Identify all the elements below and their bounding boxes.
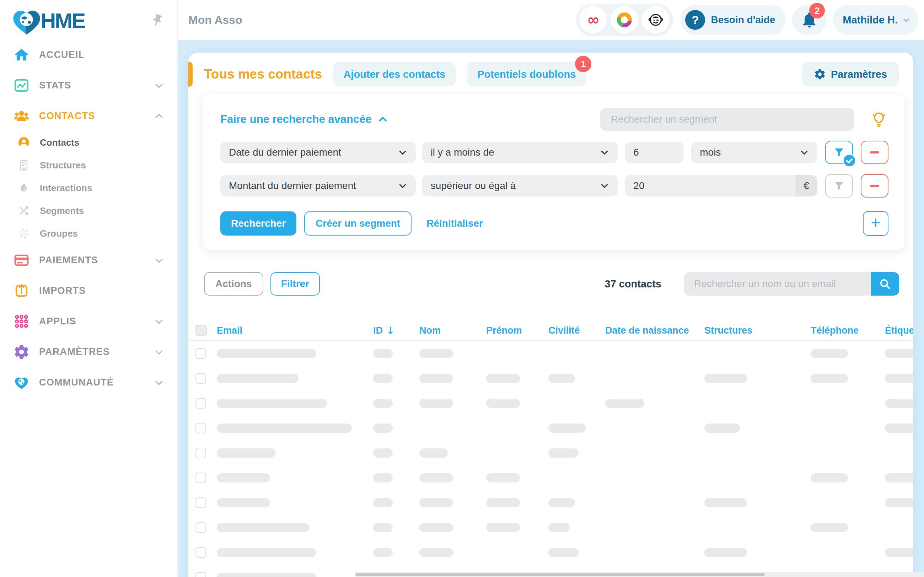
skeleton-bar: [811, 374, 848, 383]
filter-field-select[interactable]: Montant du dernier paiement: [220, 175, 416, 197]
sidebar-item-accueil[interactable]: ACCUEIL: [0, 39, 177, 70]
filter-operator-select[interactable]: il y a moins de: [422, 142, 618, 163]
skeleton-bar: [885, 498, 913, 508]
column-header-id[interactable]: ID ↓: [373, 325, 419, 337]
skeleton-bar: [605, 399, 644, 408]
column-header-email[interactable]: Email: [217, 325, 373, 336]
sidebar-subitem-structures[interactable]: Structures: [0, 154, 177, 177]
sidebar-item-parametres[interactable]: PARAMÈTRES: [0, 337, 177, 367]
chevron-down-icon: [155, 255, 163, 263]
chevron-down-icon: [155, 347, 163, 354]
skeleton-bar: [885, 548, 913, 557]
remove-filter-button[interactable]: [861, 174, 889, 198]
skeleton-bar: [548, 424, 586, 433]
column-header-date-naissance[interactable]: Date de naissance: [605, 325, 705, 336]
minus-icon: [870, 152, 879, 153]
create-segment-button[interactable]: Créer un segment: [304, 211, 411, 235]
skeleton-bar: [811, 523, 848, 532]
select-all-checkbox[interactable]: [195, 325, 207, 336]
sidebar-item-applis[interactable]: APPLIS: [0, 306, 177, 337]
skeleton-bar: [419, 349, 453, 358]
horizontal-scrollbar[interactable]: [355, 572, 924, 577]
user-menu[interactable]: Mathilde H.: [833, 5, 918, 35]
table-body: [189, 341, 913, 577]
row-checkbox[interactable]: [195, 472, 206, 483]
search-button[interactable]: Rechercher: [220, 211, 297, 235]
remove-filter-button[interactable]: [861, 141, 889, 164]
row-checkbox[interactable]: [195, 423, 206, 434]
search-submit-button[interactable]: [871, 272, 899, 296]
notifications-button[interactable]: 2: [792, 5, 826, 35]
app-root: HME ACCUEIL: [0, 0, 924, 577]
add-filter-button[interactable]: +: [863, 211, 889, 236]
contact-search-input[interactable]: [684, 272, 871, 296]
mailchimp-icon[interactable]: [642, 6, 669, 34]
ring-icon[interactable]: [611, 6, 638, 34]
row-checkbox[interactable]: [195, 547, 206, 558]
column-header-civilite[interactable]: Civilité: [548, 325, 605, 336]
sidebar-subitem-segments[interactable]: Segments: [0, 199, 177, 222]
skeleton-bar: [373, 548, 393, 557]
sidebar-item-stats[interactable]: STATS: [0, 70, 177, 100]
apply-filter-button[interactable]: [825, 141, 853, 164]
skeleton-bar: [885, 473, 913, 482]
filter-button[interactable]: Filtrer: [271, 272, 320, 296]
sidebar-item-communaute[interactable]: COMMUNAUTÉ: [0, 367, 177, 398]
row-checkbox[interactable]: [195, 348, 206, 359]
notification-badge: 2: [809, 3, 825, 18]
column-header-structures[interactable]: Structures: [705, 325, 811, 336]
credit-card-icon: [12, 251, 31, 269]
filter-value-input[interactable]: [625, 175, 795, 197]
column-header-prenom[interactable]: Prénom: [486, 325, 548, 336]
sidebar-item-paiements[interactable]: PAIEMENTS: [0, 245, 177, 276]
sort-desc-icon[interactable]: ↓: [386, 325, 395, 337]
settings-button[interactable]: Paramètres: [802, 62, 899, 86]
row-checkbox[interactable]: [195, 373, 206, 384]
reset-button[interactable]: Réinitialiser: [426, 218, 483, 229]
column-header-telephone[interactable]: Téléphone: [811, 325, 885, 336]
sidebar-item-imports[interactable]: IMPORTS: [0, 276, 177, 306]
skeleton-bar: [885, 349, 913, 358]
question-icon: ?: [685, 10, 705, 30]
filter-value-input[interactable]: [625, 142, 684, 163]
skeleton-bar: [373, 523, 393, 532]
filter-unit-select[interactable]: mois: [691, 142, 818, 163]
column-header-nom[interactable]: Nom: [419, 325, 486, 336]
row-checkbox[interactable]: [195, 448, 206, 458]
filter-field-select[interactable]: Date du dernier paiement: [220, 142, 416, 163]
infinity-icon[interactable]: ∞: [579, 6, 607, 34]
app-logo[interactable]: HME: [9, 5, 85, 37]
sidebar-item-contacts[interactable]: CONTACTS: [0, 100, 177, 131]
help-button[interactable]: ? Besoin d'aide: [680, 5, 786, 35]
skeleton-bar: [548, 523, 570, 532]
advanced-search-toggle[interactable]: Faire une recherche avancée: [220, 113, 388, 126]
check-badge-icon: [843, 154, 856, 168]
segment-search-input[interactable]: [600, 108, 854, 131]
actions-button[interactable]: Actions: [204, 272, 263, 296]
row-checkbox[interactable]: [195, 572, 206, 577]
column-header-etiquettes[interactable]: Étiquettes: [885, 325, 913, 336]
skeleton-bar: [217, 448, 276, 458]
sidebar-subitem-interactions[interactable]: Interactions: [0, 177, 177, 199]
row-checkbox[interactable]: [195, 497, 206, 508]
building-icon: [17, 158, 31, 172]
pin-sidebar-icon[interactable]: [150, 13, 164, 28]
apply-filter-button[interactable]: [825, 174, 853, 198]
row-checkbox[interactable]: [195, 398, 206, 409]
filter-operator-select[interactable]: supérieur ou égal à: [422, 175, 618, 197]
gear-icon: [12, 343, 31, 361]
lightbulb-icon[interactable]: [869, 110, 889, 129]
sidebar-subitem-contacts[interactable]: Contacts: [0, 131, 177, 154]
chevron-up-icon: [377, 114, 388, 125]
skeleton-bar: [885, 399, 913, 408]
duplicates-button[interactable]: Potentiels doublons 1: [467, 62, 586, 86]
row-checkbox[interactable]: [195, 522, 206, 533]
scrollbar-thumb[interactable]: [355, 573, 765, 576]
skeleton-bar: [217, 523, 309, 532]
stats-icon: [12, 76, 31, 95]
add-contacts-button[interactable]: Ajouter des contacts: [333, 62, 456, 86]
list-controls: Actions Filtrer 37 contacts: [204, 272, 899, 296]
skeleton-bar: [419, 498, 453, 508]
page-title: Tous mes contacts: [204, 67, 322, 82]
sidebar-subitem-groupes[interactable]: Groupes: [0, 222, 177, 245]
